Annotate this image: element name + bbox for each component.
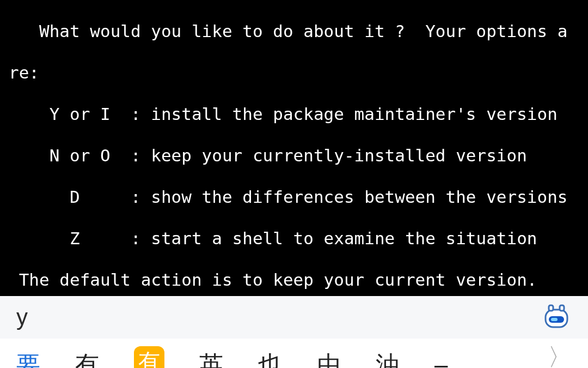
ime-candidate[interactable]: 也 — [258, 353, 282, 368]
ime-candidate[interactable]: 英 — [199, 353, 223, 368]
terminal-line: D : show the differences between the ver… — [9, 186, 579, 207]
ime-candidate[interactable]: 有 — [75, 353, 99, 368]
ime-input-bar: y — [0, 296, 588, 339]
ime-candidate[interactable]: 要 — [16, 353, 40, 368]
ime-input-text[interactable]: y — [16, 304, 541, 330]
ime-more-icon[interactable]: 〉 — [548, 341, 572, 368]
ime-candidate-bar: 要 有 有 英 也 由 油 – 〉 — [0, 339, 588, 368]
svg-rect-6 — [551, 318, 558, 321]
terminal-line: N or O : keep your currently-installed v… — [9, 145, 579, 166]
terminal-line: What would you like to do about it ? You… — [9, 21, 579, 41]
svg-rect-8 — [560, 305, 564, 311]
ime-candidate[interactable]: 油 — [376, 353, 400, 368]
ime-candidate[interactable]: 由 — [317, 353, 341, 368]
terminal-line: Z : start a shell to examine the situati… — [9, 228, 579, 249]
ime-candidate-highlight[interactable]: 有 — [134, 346, 164, 368]
ime-assistant-icon[interactable] — [541, 302, 572, 333]
terminal-line: The default action is to keep your curre… — [9, 269, 579, 290]
svg-rect-7 — [549, 305, 553, 311]
terminal-line: Y or I : install the package maintainer'… — [9, 104, 579, 124]
ime-candidate[interactable]: – — [434, 353, 448, 368]
terminal-line: re: — [9, 62, 579, 83]
